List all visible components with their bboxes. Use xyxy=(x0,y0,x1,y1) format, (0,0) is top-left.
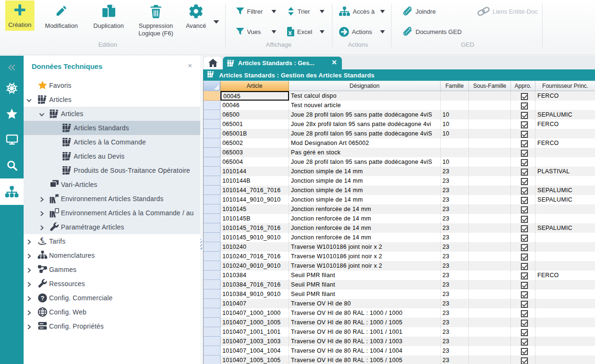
svg-text:?: ? xyxy=(41,295,44,302)
